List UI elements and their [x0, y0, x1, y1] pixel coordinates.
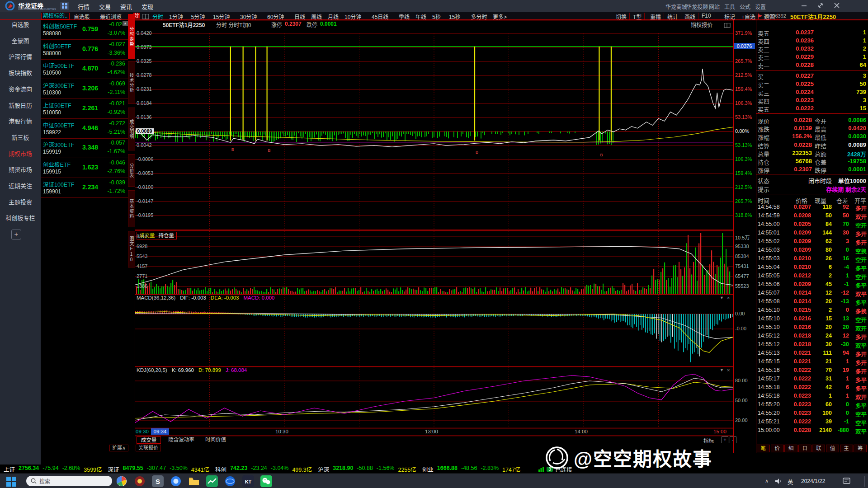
- tape-row[interactable]: 14:55:030.0209800空换: [756, 246, 868, 255]
- sidebar-item-新股日历[interactable]: 新股日历: [0, 101, 41, 109]
- macd-collapse-icon[interactable]: ▼: [720, 296, 724, 300]
- watchlist-row-159919[interactable]: 沪深300ETF1599193.348-0.057-1.67%: [41, 138, 128, 158]
- watchlist-row-510050[interactable]: 上证50ETF5100502.261-0.021-0.92%: [41, 99, 128, 119]
- chart-canvas[interactable]: BBBB: [135, 20, 733, 453]
- indicator-tab-成交量[interactable]: 成交量: [137, 436, 161, 444]
- watchlist-row-159922[interactable]: 中证500ETF1599224.946-0.272-5.21%: [41, 119, 128, 139]
- tape-row[interactable]: 14:54:590.02085050双开: [756, 212, 868, 221]
- sidebar-item-板块指数[interactable]: 板块指数: [0, 68, 41, 77]
- view-tab-图文F10[interactable]: 图文F10: [128, 231, 135, 267]
- sidebar-item-期货市场[interactable]: 期货市场: [0, 165, 41, 174]
- menu-2[interactable]: 交易: [99, 2, 111, 11]
- view-tab-分价表[interactable]: 分价表: [128, 154, 135, 187]
- index-深证[interactable]: 深证8479.55-307.47-3.50%4341亿: [108, 465, 210, 474]
- quote-tab-价[interactable]: 价: [771, 445, 784, 452]
- tape-row[interactable]: 14:55:050.021221空开: [756, 272, 868, 281]
- quote-tab-值[interactable]: 值: [826, 445, 839, 452]
- taskbar-app-camera[interactable]: [134, 475, 146, 487]
- quote-tab-筹[interactable]: 筹: [854, 445, 867, 452]
- notification-icon[interactable]: [843, 477, 851, 484]
- close-button[interactable]: [834, 2, 840, 9]
- index-创业[interactable]: 创业1666.88-48.56-2.83%1747亿: [422, 465, 521, 474]
- tape-row[interactable]: 15:00:000.02282140-880双平: [756, 427, 868, 435]
- top-right-menu-5[interactable]: 公式: [740, 3, 750, 10]
- sidebar-item-期权市场[interactable]: 期权市场: [0, 149, 41, 158]
- quote-tab-细[interactable]: 细: [784, 445, 797, 452]
- sidebar-item-沪深行情[interactable]: 沪深行情: [0, 52, 41, 61]
- tape-row[interactable]: 14:55:120.021830-30双平: [756, 341, 868, 349]
- search-input[interactable]: 搜索: [26, 476, 112, 486]
- index-科创[interactable]: 科创742.23-23.24-3.04%499.3亿: [215, 465, 312, 474]
- app-grid-icon[interactable]: [60, 2, 69, 10]
- sidebar-item-科创板专栏[interactable]: 科创板专栏: [0, 213, 41, 222]
- tape-row[interactable]: 14:55:210.022239-1空平: [756, 418, 868, 427]
- tape-row[interactable]: 14:55:180.022311双开: [756, 392, 868, 401]
- kdj-collapse-icon[interactable]: ▼: [720, 368, 724, 372]
- tape-row[interactable]: 14:55:100.021520多换: [756, 306, 868, 315]
- taskbar-app-green-chart[interactable]: [206, 475, 218, 487]
- taskbar-app-wechat[interactable]: [260, 475, 272, 487]
- oi-title[interactable]: 持仓量: [159, 233, 175, 238]
- expand-tab-1[interactable]: 扩展∧: [109, 445, 128, 451]
- view-tab-成交明细[interactable]: 成交明细: [128, 108, 135, 150]
- top-right-menu-1[interactable]: 华龙商城: [665, 3, 687, 10]
- tape-row[interactable]: 14:55:000.02058470空开: [756, 221, 868, 229]
- tape-row[interactable]: 14:55:130.022111194多开: [756, 349, 868, 358]
- watchlist-row-159901[interactable]: 深证100ETF1599012.234-0.039-1.72%: [41, 178, 128, 198]
- minimize-button[interactable]: [801, 2, 807, 9]
- tape-row[interactable]: 14:55:030.02102616空开: [756, 255, 868, 263]
- sidebar-item-资金流向[interactable]: 资金流向: [0, 84, 41, 93]
- view-tab-基本资料[interactable]: 基本资料: [128, 190, 135, 227]
- option-quote-icon[interactable]: [724, 22, 731, 27]
- index-沪深[interactable]: 沪深3218.90-50.88-1.56%2255亿: [318, 465, 416, 474]
- top-right-menu-2[interactable]: 华龙投顾: [686, 3, 708, 10]
- watchlist-scroll-up[interactable]: ▲: [123, 21, 128, 26]
- taskbar-app-blue-globe[interactable]: [224, 475, 236, 487]
- tape-row[interactable]: 14:55:080.021420-13多平: [756, 298, 868, 306]
- menu-1[interactable]: 行情: [78, 2, 90, 11]
- tape-row[interactable]: 14:55:120.02182412多开: [756, 332, 868, 341]
- sidebar-item-新三板[interactable]: 新三板: [0, 133, 41, 141]
- show-desktop-divider[interactable]: [864, 476, 865, 487]
- sidebar-item-自选股[interactable]: 自选股: [0, 20, 41, 28]
- tape-row[interactable]: 14:55:160.02227019多开: [756, 366, 868, 375]
- quote-tab-主[interactable]: 主: [840, 445, 853, 452]
- watchlist-row-510500[interactable]: 中证500ETF5105004.870-0.236-4.62%: [41, 59, 128, 79]
- tape-row[interactable]: 14:55:040.02106-4多平: [756, 263, 868, 272]
- ime-indicator[interactable]: 英: [788, 478, 793, 486]
- maximize-button[interactable]: [817, 2, 824, 9]
- taskbar-app-kt[interactable]: KT: [242, 475, 254, 487]
- watchlist-row-588080[interactable]: 科创板50ETF5880800.759-0.024-3.07%: [41, 20, 128, 40]
- split-view-icon[interactable]: [142, 13, 149, 19]
- start-button[interactable]: [6, 477, 16, 487]
- quote-tab-日[interactable]: 日: [798, 445, 811, 452]
- menu-4[interactable]: 发现: [142, 2, 153, 11]
- tape-row[interactable]: 14:55:070.021412-12双平: [756, 289, 868, 298]
- taskbar-app-folder[interactable]: [188, 475, 200, 487]
- quote-tab-笔[interactable]: 笔: [757, 445, 770, 452]
- top-right-menu-4[interactable]: 工具: [724, 3, 735, 10]
- list-tab-1[interactable]: 期权标的..: [41, 13, 70, 19]
- expand-tab-2[interactable]: 关联报价: [136, 445, 161, 451]
- tray-expand-icon[interactable]: ∧: [765, 478, 769, 484]
- view-tab-技术分析[interactable]: 技术分析: [128, 61, 135, 104]
- menu-3[interactable]: 资讯: [120, 2, 132, 11]
- watchlist-row-159915[interactable]: 创业板ETF1599151.623-0.046-2.76%: [41, 158, 128, 178]
- watchlist-row-510300[interactable]: 沪深300ETF5103003.206-0.069-2.11%: [41, 79, 128, 99]
- taskbar-app-s-logo[interactable]: S: [152, 475, 164, 487]
- sidebar-item-主题投资[interactable]: 主题投资: [0, 197, 41, 206]
- macd-close-icon[interactable]: ×: [727, 295, 730, 300]
- tape-row[interactable]: 14:54:580.020711892多开: [756, 203, 868, 212]
- taskbar-app-pinwheel[interactable]: [116, 475, 127, 487]
- tape-row[interactable]: 14:55:100.02162020双开: [756, 324, 868, 332]
- sidebar-item-全景图[interactable]: 全景图: [0, 36, 41, 45]
- taskbar-app-browser[interactable]: [170, 475, 182, 487]
- tape-row[interactable]: 14:55:180.0222426多平: [756, 384, 868, 392]
- tape-row[interactable]: 14:55:200.02231000空平: [756, 409, 868, 418]
- view-tab-分时走势[interactable]: 分时走势: [128, 14, 135, 59]
- sidebar-item-近期关注[interactable]: 近期关注: [0, 181, 41, 190]
- sidebar-item-港股行情[interactable]: 港股行情: [0, 117, 41, 125]
- indicator-tab-时间价值[interactable]: 时间价值: [203, 436, 229, 443]
- tape-row[interactable]: 14:55:170.0222311多平: [756, 375, 868, 384]
- watchlist-row-588000[interactable]: 科创50ETF5880000.776-0.027-3.36%: [41, 40, 128, 60]
